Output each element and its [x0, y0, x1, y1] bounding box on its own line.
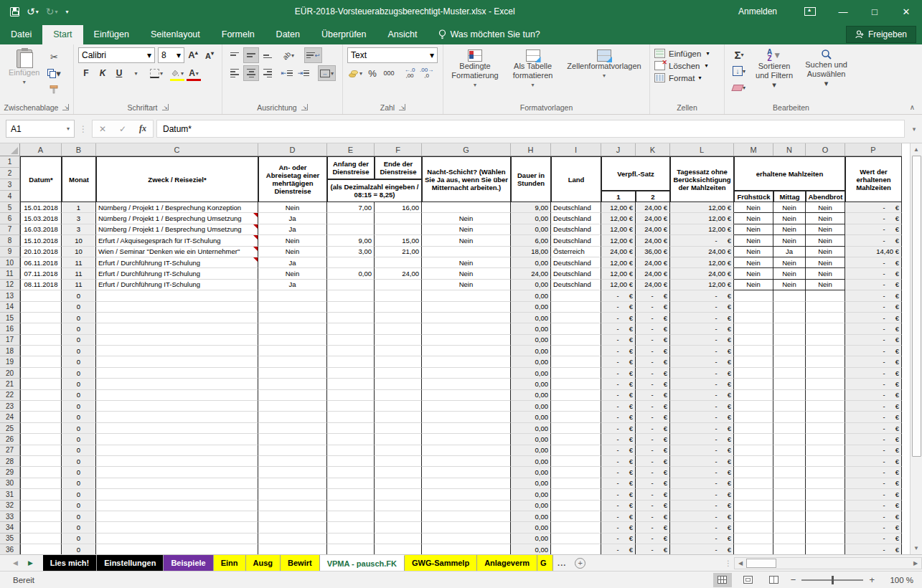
cell-I19[interactable] — [551, 356, 601, 367]
cell-I34[interactable] — [551, 522, 601, 533]
cell-K11[interactable]: 24,00 € — [636, 268, 670, 279]
cell-H6[interactable]: 0,00 — [511, 213, 551, 224]
cell-D14[interactable] — [258, 302, 327, 313]
cell-C35[interactable] — [96, 534, 258, 544]
cell-C11[interactable]: Erfurt / Durchführung IT-Schulung — [96, 268, 258, 279]
cell-N21[interactable] — [773, 379, 806, 389]
row-header-18[interactable]: 18 — [0, 346, 20, 356]
cell-F25[interactable] — [375, 423, 422, 434]
row-header-11[interactable]: 11 — [0, 268, 20, 279]
cell-I13[interactable] — [551, 290, 601, 301]
cell-O21[interactable] — [806, 379, 845, 389]
cell-J13[interactable]: -€ — [601, 290, 636, 301]
cell-C23[interactable] — [96, 401, 258, 412]
grow-font-button[interactable]: A▴ — [185, 47, 201, 63]
cell-H23[interactable]: 0,00 — [511, 401, 551, 412]
row-header-23[interactable]: 23 — [0, 401, 20, 412]
cell-F9[interactable]: 21,00 — [375, 247, 422, 257]
column-header-N[interactable]: N — [773, 143, 806, 156]
clear-button[interactable]: ▾ — [730, 80, 748, 95]
cell-P6[interactable]: -€ — [845, 213, 902, 224]
cell-A14[interactable] — [20, 302, 62, 313]
cell-K27[interactable]: -€ — [636, 445, 670, 456]
cell-E17[interactable] — [327, 335, 375, 346]
row-header-14[interactable]: 14 — [0, 302, 20, 313]
cell-E22[interactable] — [327, 390, 375, 401]
cell-B21[interactable]: 0 — [62, 379, 96, 389]
cell-E36[interactable] — [327, 544, 375, 554]
column-header-O[interactable]: O — [806, 143, 845, 156]
cell-I14[interactable] — [551, 302, 601, 313]
cell-L7[interactable]: 12,00 € — [670, 224, 734, 235]
cell-K10[interactable]: 24,00 € — [636, 257, 670, 268]
cut-button[interactable]: ✂ — [45, 49, 62, 64]
cell-C5[interactable]: Nürnberg / Projekt 1 / Besprechung Konze… — [96, 202, 258, 213]
cell-B5[interactable]: 1 — [62, 202, 96, 213]
cell-O25[interactable] — [806, 423, 845, 434]
cell-E29[interactable] — [327, 467, 375, 478]
cell-E23[interactable] — [327, 401, 375, 412]
cell-A13[interactable] — [20, 290, 62, 301]
cell-J21[interactable]: -€ — [601, 379, 636, 389]
cell-O27[interactable] — [806, 445, 845, 456]
cell-I7[interactable]: Deutschland — [551, 224, 601, 235]
cell-N32[interactable] — [773, 501, 806, 511]
zoom-out-button[interactable]: − — [791, 574, 796, 585]
cell-D35[interactable] — [258, 534, 327, 544]
cell-J29[interactable]: -€ — [601, 467, 636, 478]
cell-B24[interactable]: 0 — [62, 412, 96, 422]
row-header-12[interactable]: 12 — [0, 280, 20, 290]
cell-F33[interactable] — [375, 511, 422, 522]
cell-G31[interactable] — [422, 489, 511, 500]
header-cell-D1[interactable]: An- oder Abreisetag einer mehrtägigen Di… — [258, 156, 327, 202]
cell-L10[interactable]: 12,00 € — [670, 257, 734, 268]
cell-D13[interactable] — [258, 290, 327, 301]
cell-G32[interactable] — [422, 501, 511, 511]
column-header-F[interactable]: F — [375, 143, 422, 156]
cell-B10[interactable]: 11 — [62, 257, 96, 268]
row-header-2[interactable]: 2 — [0, 168, 20, 179]
cell-N17[interactable] — [773, 335, 806, 346]
cell-K30[interactable]: -€ — [636, 478, 670, 489]
page-break-view-button[interactable] — [765, 573, 784, 587]
cell-L22[interactable]: -€ — [670, 390, 734, 401]
undo-button[interactable]: ↺▾ — [24, 6, 42, 17]
increase-decimal-button[interactable]: ←.0,00 — [402, 65, 418, 81]
cell-O33[interactable] — [806, 511, 845, 522]
row-header-35[interactable]: 35 — [0, 534, 20, 544]
accounting-format-button[interactable]: ▾ — [347, 65, 364, 81]
cell-O10[interactable]: Nein — [806, 257, 845, 268]
conditional-formatting-button[interactable]: Bedingte Formatierung▾ — [447, 47, 502, 92]
cell-D5[interactable]: Nein — [258, 202, 327, 213]
cell-K19[interactable]: -€ — [636, 356, 670, 367]
cell-H8[interactable]: 6,00 — [511, 235, 551, 246]
cell-J36[interactable]: -€ — [601, 544, 636, 554]
alignment-dialog-launcher[interactable] — [301, 104, 308, 110]
tell-me-box[interactable]: Was möchten Sie tun? — [428, 25, 550, 44]
column-header-P[interactable]: P — [845, 143, 902, 156]
cell-E26[interactable] — [327, 434, 375, 445]
cell-O7[interactable]: Nein — [806, 224, 845, 235]
cell-I21[interactable] — [551, 379, 601, 389]
cell-K15[interactable]: -€ — [636, 313, 670, 323]
horizontal-scrollbar[interactable]: ◀ ▶ — [734, 557, 922, 569]
sheet-tab-einn[interactable]: Einn — [214, 555, 246, 571]
cell-F26[interactable] — [375, 434, 422, 445]
cell-H12[interactable]: 0,00 — [511, 280, 551, 290]
scroll-up-button[interactable]: ▲ — [911, 143, 922, 156]
cell-B16[interactable]: 0 — [62, 323, 96, 334]
cell-O14[interactable] — [806, 302, 845, 313]
decrease-decimal-button[interactable]: .00→,0 — [418, 65, 435, 81]
cell-C17[interactable] — [96, 335, 258, 346]
cell-M10[interactable]: Nein — [734, 257, 773, 268]
cell-N13[interactable] — [773, 290, 806, 301]
cell-E21[interactable] — [327, 379, 375, 389]
cell-A15[interactable] — [20, 313, 62, 323]
column-header-I[interactable]: I — [551, 143, 601, 156]
header-cell-B1[interactable]: Monat — [62, 156, 96, 202]
cell-E34[interactable] — [327, 522, 375, 533]
cell-D27[interactable] — [258, 445, 327, 456]
cell-N28[interactable] — [773, 456, 806, 467]
cell-F14[interactable] — [375, 302, 422, 313]
cell-L29[interactable]: -€ — [670, 467, 734, 478]
